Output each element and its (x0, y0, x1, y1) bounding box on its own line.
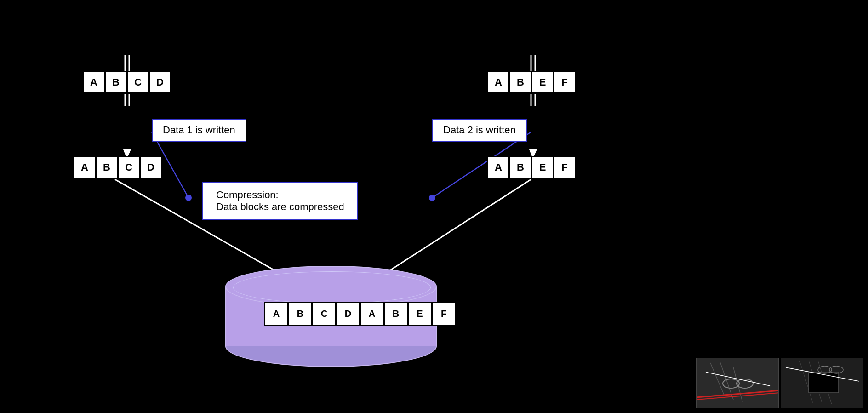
thumb2-svg (781, 358, 863, 408)
svg-point-13 (429, 195, 435, 201)
data1-text: Data 1 is written (163, 124, 235, 136)
left-top-block: A B C D (83, 71, 171, 93)
disk-cell-f: F (432, 302, 456, 326)
main-diagram: A B C D A B C D A B E F A B E F Data 1 i… (0, 0, 868, 413)
cell-c: C (118, 156, 140, 178)
cell-d: D (149, 71, 171, 93)
right-bottom-block: A B E F (487, 156, 576, 178)
disk-top (225, 266, 437, 307)
disk-cell-a2: A (360, 302, 384, 326)
compression-line1: Compression: (216, 189, 344, 201)
cell-e: E (531, 156, 554, 178)
svg-point-11 (185, 195, 192, 201)
disk-cell-a1: A (264, 302, 288, 326)
svg-rect-33 (809, 372, 839, 393)
cell-f: F (554, 71, 576, 93)
cell-a: A (487, 156, 509, 178)
left-bottom-block: A B C D (74, 156, 162, 178)
thumbnail-1 (696, 358, 779, 408)
cell-b: B (509, 156, 531, 178)
cell-a: A (83, 71, 105, 93)
disk-cell-b1: B (288, 302, 312, 326)
cell-a: A (487, 71, 509, 93)
cell-f: F (554, 156, 576, 178)
data2-text: Data 2 is written (443, 124, 516, 136)
cell-d: D (140, 156, 162, 178)
disk-inner-ellipse (233, 271, 431, 304)
disk-cell-e: E (408, 302, 432, 326)
disk-cell-c: C (312, 302, 336, 326)
compression-label: Compression: Data blocks are compressed (202, 182, 358, 220)
thumbnail-2 (781, 358, 863, 408)
thumbnails (696, 358, 863, 408)
cell-b: B (509, 71, 531, 93)
thumb1-svg (697, 358, 779, 408)
cell-b: B (105, 71, 127, 93)
data1-label: Data 1 is written (152, 119, 246, 142)
disk-cells: A B C D A B E F (264, 302, 456, 326)
right-top-block: A B E F (487, 71, 576, 93)
cell-b: B (96, 156, 118, 178)
cell-a: A (74, 156, 96, 178)
disk-cell-b2: B (384, 302, 408, 326)
compression-line2: Data blocks are compressed (216, 201, 344, 213)
cell-e: E (531, 71, 554, 93)
cell-c: C (127, 71, 149, 93)
disk-cell-d: D (336, 302, 360, 326)
data2-label: Data 2 is written (432, 119, 527, 142)
